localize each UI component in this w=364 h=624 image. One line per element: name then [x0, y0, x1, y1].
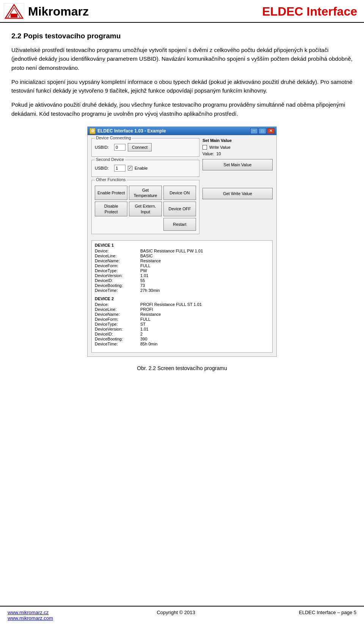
window-icon: ⚙ — [89, 128, 96, 134]
value-display: 10 — [216, 151, 221, 156]
device-2-section: DEVICE 2 Device: PROFI Resistance FULL S… — [95, 296, 269, 346]
d2-version-key: DeviceVersion: — [95, 327, 140, 331]
d2-name-val: Resistance — [140, 312, 161, 317]
d2-id-val: 2 — [140, 332, 143, 336]
d2-form-key: DeviceForm: — [95, 317, 140, 321]
value-row: Value: 10 — [202, 151, 273, 156]
d2-type-key: DeviceType: — [95, 322, 140, 326]
footer-copyright: Copyright © 2013 — [157, 610, 195, 615]
usbid-label-2: USBID: — [95, 166, 112, 170]
d1-time-val: 27h 30min — [140, 288, 160, 293]
page-footer: www.mikromarz.cz www.mikromarz.com Copyr… — [0, 606, 364, 624]
footer-page-info: ELDEC Interface – page 5 — [299, 610, 356, 615]
d2-time-key: DeviceTime: — [95, 342, 140, 346]
d2-line-key: DeviceLine: — [95, 307, 140, 312]
d1-line-val: BASIC — [140, 254, 153, 258]
page-header: Mikromarz ELDEC Interface — [0, 0, 364, 23]
d1-time-row: DeviceTime: 27h 30min — [95, 288, 269, 293]
d1-device-val: BASIC Resistance FULL PW 1.01 — [140, 249, 203, 253]
d1-form-key: DeviceForm: — [95, 263, 140, 268]
d2-time-val: 85h 0min — [140, 342, 157, 346]
window-titlebar: ⚙ ELDEC Interface 1.03 - Example ─ □ ✕ — [88, 127, 276, 135]
device-1-title: DEVICE 1 — [95, 243, 269, 247]
device-off-button[interactable]: Device OFF — [163, 202, 196, 216]
enable-protect-button[interactable]: Enable Protect — [95, 186, 127, 200]
d1-device-row: Device: BASIC Resistance FULL PW 1.01 — [95, 249, 269, 253]
d1-version-key: DeviceVersion: — [95, 273, 140, 278]
d1-line-key: DeviceLine: — [95, 254, 140, 258]
d1-booting-key: DeviceBooting: — [95, 283, 140, 288]
d2-id-key: DeviceID: — [95, 332, 140, 336]
connect-button[interactable]: Connect — [128, 143, 152, 151]
main-content: 2.2 Popis testovacího programu Uživatels… — [0, 23, 364, 382]
set-main-value-button[interactable]: Set Main Value — [202, 159, 273, 170]
d1-type-key: DeviceType: — [95, 268, 140, 273]
footer-links: www.mikromarz.cz www.mikromarz.com — [8, 610, 53, 621]
d2-form-row: DeviceForm: FULL — [95, 317, 269, 321]
left-column: Device Connecting USBID: Connect Second … — [91, 138, 199, 237]
get-temperature-button[interactable]: Get Temperature — [129, 186, 162, 200]
other-functions-label: Other Functions — [95, 177, 127, 182]
titlebar-left: ⚙ ELDEC Interface 1.03 - Example — [89, 128, 166, 134]
d2-id-row: DeviceID: 2 — [95, 332, 269, 336]
window-controls[interactable]: ─ □ ✕ — [250, 128, 275, 134]
d1-id-row: DeviceID: 55 — [95, 278, 269, 283]
footer-link-com[interactable]: www.mikromarz.com — [8, 615, 53, 621]
d1-device-key: Device: — [95, 249, 140, 253]
other-functions-group: Other Functions Enable Protect Get Tempe… — [91, 180, 199, 234]
get-write-value-button[interactable]: Get Write Value — [202, 188, 273, 199]
write-value-checkbox[interactable] — [202, 145, 207, 150]
usbid-input-1[interactable] — [114, 144, 126, 151]
restart-button[interactable]: Restart — [163, 218, 196, 231]
device-1-section: DEVICE 1 Device: BASIC Resistance FULL P… — [95, 243, 269, 293]
minimize-button[interactable]: ─ — [250, 128, 258, 134]
d2-type-val: ST — [140, 322, 146, 326]
functions-grid: Enable Protect Get Temperature Device ON… — [95, 186, 196, 231]
d2-name-key: DeviceName: — [95, 312, 140, 317]
device-on-button[interactable]: Device ON — [163, 186, 196, 200]
d2-type-row: DeviceType: ST — [95, 322, 269, 326]
d2-version-val: 1.01 — [140, 327, 148, 331]
d1-line-row: DeviceLine: BASIC — [95, 254, 269, 258]
enable-checkbox[interactable]: ✓ — [128, 166, 132, 170]
svg-rect-3 — [11, 14, 17, 17]
d2-device-row: Device: PROFI Resistance FULL ST 1.01 — [95, 302, 269, 307]
enable-label: Enable — [135, 166, 147, 170]
d1-type-val: PW — [140, 268, 147, 273]
device-connecting-label: Device Connecting — [95, 136, 132, 140]
right-column: Set Main Value Write Value Value: 10 Set… — [202, 138, 273, 237]
device-connecting-group: Device Connecting USBID: Connect — [91, 138, 199, 157]
header-title: ELDEC Interface — [262, 5, 357, 19]
d2-device-key: Device: — [95, 302, 140, 307]
window-body: Device Connecting USBID: Connect Second … — [88, 135, 276, 356]
d1-name-key: DeviceName: — [95, 258, 140, 263]
usbid-input-2[interactable] — [114, 165, 126, 172]
mikromarz-logo-icon — [4, 3, 24, 20]
d2-device-val: PROFI Resistance FULL ST 1.01 — [140, 302, 202, 307]
d1-booting-row: DeviceBooting: 73 — [95, 283, 269, 288]
close-button[interactable]: ✕ — [267, 128, 275, 134]
d1-name-row: DeviceName: Resistance — [95, 258, 269, 263]
maximize-button[interactable]: □ — [259, 128, 266, 134]
set-main-value-header: Set Main Value — [202, 138, 273, 143]
footer-link-cz[interactable]: www.mikromarz.cz — [8, 610, 53, 615]
d1-type-row: DeviceType: PW — [95, 268, 269, 273]
d2-line-row: DeviceLine: PROFI — [95, 307, 269, 312]
d1-form-row: DeviceForm: FULL — [95, 263, 269, 268]
d1-version-row: DeviceVersion: 1.01 — [95, 273, 269, 278]
d1-booting-val: 73 — [140, 283, 145, 288]
window-title: ELDEC Interface 1.03 - Example — [97, 128, 166, 134]
disable-protect-button[interactable]: Disable Protect — [95, 202, 127, 216]
write-value-row: Write Value — [202, 145, 273, 150]
d2-line-val: PROFI — [140, 307, 153, 312]
logo-area: Mikromarz — [4, 3, 89, 20]
d2-version-row: DeviceVersion: 1.01 — [95, 327, 269, 331]
value-label: Value: — [202, 151, 214, 156]
d1-time-key: DeviceTime: — [95, 288, 140, 293]
d1-name-val: Resistance — [140, 258, 161, 263]
d2-form-val: FULL — [140, 317, 151, 321]
d1-version-val: 1.01 — [140, 273, 148, 278]
usbid-row-2: USBID: ✓ Enable — [95, 165, 196, 172]
get-extern-input-button[interactable]: Get Extern. Input — [129, 202, 162, 216]
device-info-box: DEVICE 1 Device: BASIC Resistance FULL P… — [91, 240, 273, 353]
